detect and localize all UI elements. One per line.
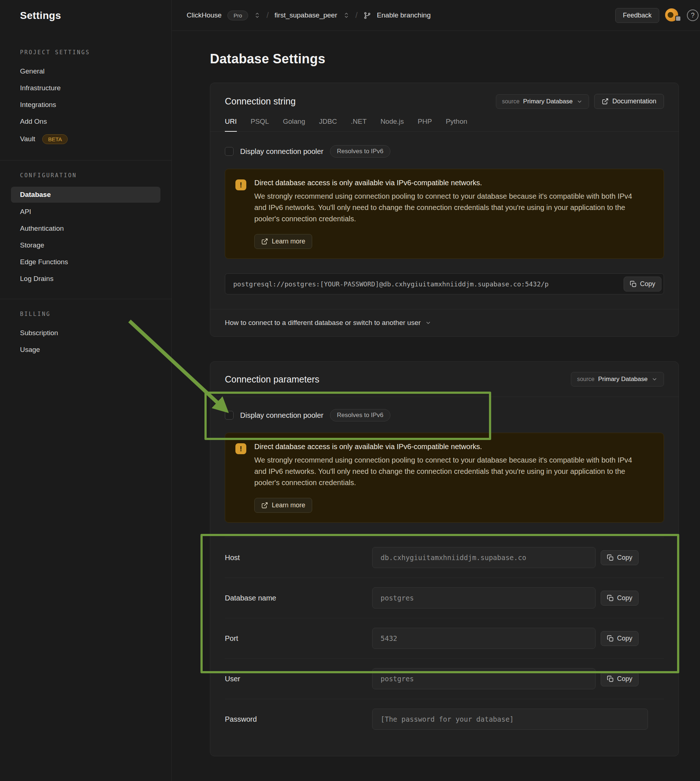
connection-string-card: Connection string source Primary Databas… [210, 83, 679, 337]
chevron-down-icon [576, 98, 583, 105]
avatar-mark [668, 12, 673, 18]
copy-label: Copy [640, 280, 655, 288]
learn-more-label: Learn more [272, 502, 305, 509]
sidebar-item-integrations[interactable]: Integrations [0, 97, 172, 113]
copy-label: Copy [617, 554, 632, 562]
documentation-label: Documentation [612, 98, 656, 105]
tab-nodejs[interactable]: Node.js [380, 118, 404, 131]
enable-branching-button[interactable]: Enable branching [377, 11, 431, 19]
alert-icon: ! [235, 443, 246, 454]
org-name[interactable]: ClickHouse [187, 11, 222, 19]
connection-parameters-card: Connection parameters source Primary Dat… [210, 361, 679, 756]
display-connection-pooler-checkbox[interactable] [225, 411, 233, 420]
pooler-label: Display connection pooler [240, 411, 323, 420]
tab-psql[interactable]: PSQL [251, 118, 269, 131]
copy-label: Copy [617, 594, 632, 602]
copy-uri-button[interactable]: Copy [623, 277, 662, 292]
project-selector-icon[interactable] [343, 12, 350, 18]
host-label: Host [225, 554, 372, 562]
display-connection-pooler-checkbox[interactable] [225, 147, 233, 156]
connection-string-tabs: URI PSQL Golang JDBC .NET Node.js PHP Py… [225, 118, 664, 131]
learn-more-button[interactable]: Learn more [254, 498, 312, 513]
copy-icon [607, 676, 614, 683]
plan-badge: Pro [227, 10, 248, 20]
tab-dotnet[interactable]: .NET [351, 118, 367, 131]
sidebar-item-edge-functions[interactable]: Edge Functions [0, 254, 172, 270]
database-name-label: Database name [225, 594, 372, 602]
copy-user-button[interactable]: Copy [601, 671, 638, 686]
copy-icon [607, 635, 614, 642]
org-selector-icon[interactable] [254, 12, 260, 18]
sidebar-item-infrastructure[interactable]: Infrastructure [0, 80, 172, 97]
port-field[interactable]: 5432 [372, 628, 596, 649]
connection-help-label: How to connect to a different database o… [225, 319, 421, 327]
copy-label: Copy [617, 635, 632, 642]
learn-more-label: Learn more [272, 238, 305, 245]
copy-icon [607, 554, 614, 561]
copy-host-button[interactable]: Copy [601, 550, 638, 565]
sidebar-item-log-drains[interactable]: Log Drains [0, 270, 172, 287]
sidebar-item-database[interactable]: Database [11, 187, 160, 203]
sidebar-item-storage[interactable]: Storage [0, 237, 172, 254]
alert-body: We strongly recommend using connection p… [254, 191, 643, 225]
connection-parameters-header: Connection parameters source Primary Dat… [210, 362, 678, 397]
help-icon[interactable]: ? [687, 10, 698, 21]
ipv6-alert: ! Direct database access is only availab… [225, 169, 664, 259]
copy-database-name-button[interactable]: Copy [601, 591, 638, 606]
sidebar-title: Settings [0, 0, 172, 31]
copy-icon [607, 595, 614, 602]
source-select-value: Primary Database [523, 98, 573, 105]
sidebar-item-subscription[interactable]: Subscription [0, 325, 172, 341]
connection-help-link[interactable]: How to connect to a different database o… [210, 309, 678, 336]
database-name-field[interactable]: postgres [372, 587, 596, 609]
user-field[interactable]: postgres [372, 668, 596, 689]
alert-title: Direct database access is only available… [254, 179, 643, 187]
password-field[interactable]: [The password for your database] [372, 709, 648, 730]
beta-badge: BETA [42, 134, 68, 144]
database-name-row: Database name postgres Copy [225, 577, 664, 618]
source-select-value: Primary Database [598, 375, 648, 383]
section-configuration: CONFIGURATION [0, 172, 172, 186]
sidebar-item-general[interactable]: General [0, 63, 172, 80]
branch-icon [363, 12, 371, 19]
sidebar-nav: PROJECT SETTINGS General Infrastructure … [0, 31, 172, 358]
copy-port-button[interactable]: Copy [601, 631, 638, 646]
tab-uri[interactable]: URI [225, 118, 237, 131]
section-project-settings: PROJECT SETTINGS [0, 49, 172, 63]
pooler-row: Display connection pooler Resolves to IP… [225, 408, 664, 422]
source-select[interactable]: source Primary Database [496, 94, 589, 109]
feedback-button[interactable]: Feedback [615, 8, 659, 23]
sidebar-item-api[interactable]: API [0, 204, 172, 220]
topbar: ClickHouse Pro / first_supabase_peer / E… [172, 0, 700, 31]
alert-content: Direct database access is only available… [254, 442, 643, 513]
port-row: Port 5432 Copy [225, 618, 664, 658]
account-avatar[interactable] [665, 8, 681, 22]
user-row: User postgres Copy [225, 658, 664, 699]
connection-parameters-title: Connection parameters [225, 374, 320, 385]
copy-icon [630, 280, 637, 287]
tab-python[interactable]: Python [446, 118, 467, 131]
host-field[interactable]: db.cxhygiuitamxhniiddjm.supabase.co [372, 547, 596, 568]
learn-more-button[interactable]: Learn more [254, 234, 312, 249]
ipv6-badge: Resolves to IPv6 [330, 409, 390, 421]
breadcrumb-divider: / [355, 10, 358, 20]
source-select[interactable]: source Primary Database [571, 372, 664, 387]
sidebar-item-authentication[interactable]: Authentication [0, 220, 172, 237]
chevron-down-icon [651, 376, 658, 382]
copy-label: Copy [617, 675, 632, 683]
connection-string-header: Connection string source Primary Databas… [210, 83, 678, 132]
chevron-down-icon [425, 320, 432, 326]
connection-uri-field[interactable]: postgresql://postgres:[YOUR-PASSWORD]@db… [225, 273, 664, 294]
sidebar-item-usage[interactable]: Usage [0, 341, 172, 358]
port-label: Port [225, 634, 372, 643]
connection-string-title: Connection string [225, 96, 296, 107]
tab-golang[interactable]: Golang [283, 118, 305, 131]
ipv6-alert: ! Direct database access is only availab… [225, 433, 664, 522]
sidebar-item-vault[interactable]: Vault BETA [0, 130, 172, 149]
documentation-button[interactable]: Documentation [594, 94, 664, 109]
tab-jdbc[interactable]: JDBC [319, 118, 337, 131]
tab-php[interactable]: PHP [418, 118, 432, 131]
project-name[interactable]: first_supabase_peer [275, 11, 337, 19]
password-label: Password [225, 715, 372, 724]
sidebar-item-add-ons[interactable]: Add Ons [0, 113, 172, 130]
